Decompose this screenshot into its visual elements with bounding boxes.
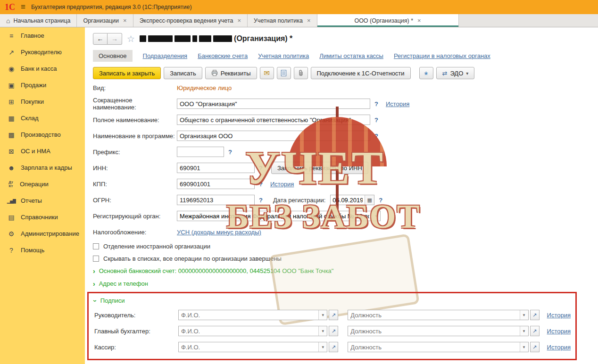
discussions-button[interactable]: * [419,67,433,79]
tab-home[interactable]: ⌂ Начальная страница [0,14,77,27]
tab-organizations[interactable]: Организации × [77,14,133,27]
open-icon[interactable]: ↗ [530,326,540,336]
inn-input[interactable] [177,163,255,173]
sidebar-item-operations[interactable]: Дт КтОперации [0,176,85,192]
chevron-down-icon[interactable]: ▾ [520,310,528,320]
navlink-tax-registrations[interactable]: Регистрации в налоговых органах [394,52,490,59]
address-phone-group[interactable]: Адрес и телефон [99,280,148,287]
program-name-input[interactable] [177,131,370,141]
back-button[interactable]: ← [93,33,108,45]
chevron-down-icon[interactable]: ▾ [318,310,327,320]
requisites-button[interactable]: Реквизиты [205,67,257,79]
help-icon[interactable]: ? [379,197,382,204]
chief-accountant-history-link[interactable]: История [547,328,571,335]
kpp-history-link[interactable]: История [270,181,294,188]
redacted-text [174,35,191,42]
help-icon[interactable]: ? [374,116,378,124]
open-icon[interactable]: ↗ [530,342,540,352]
reg-date-input[interactable] [331,196,365,204]
open-icon[interactable]: ↗ [329,326,338,336]
chevron-down-icon[interactable]: ▾ [372,211,380,221]
chief-accountant-position-input[interactable] [348,327,519,335]
open-icon[interactable]: ↗ [329,310,338,320]
chevron-down-icon[interactable]: ▾ [318,326,327,336]
chief-accountant-fio-input[interactable] [179,327,318,335]
cashier-fio-input[interactable] [179,343,318,351]
sidebar-item-production[interactable]: ▩Производство [0,126,85,143]
sidebar-item-fixed-assets[interactable]: ⊠ОС и НМА [0,143,85,159]
navlink-bank-accounts[interactable]: Банковские счета [198,52,248,59]
connect-1c-reporting-button[interactable]: Подключение к 1С-Отчетности [311,67,411,79]
favorites-star-icon[interactable]: ☆ [127,33,135,44]
close-icon[interactable]: × [237,17,241,24]
short-name-input[interactable] [177,99,370,109]
cashier-history-link[interactable]: История [547,344,571,351]
chevron-down-icon[interactable]: ▾ [520,342,528,352]
sidebar-item-manager[interactable]: ↗Руководителю [0,44,85,60]
tab-express-check[interactable]: Экспресс-проверка ведения учета × [133,14,248,27]
bank-icon: ◉ [7,65,16,73]
section-panel: ≡Главное ↗Руководителю ◉Банк и касса ▣Пр… [0,27,85,364]
sidebar-item-main[interactable]: ≡Главное [0,27,85,44]
main-bank-account-group[interactable]: Основной банковский счет: 00000000000000… [99,267,334,274]
sidebar-item-bank-cash[interactable]: ◉Банк и касса [0,60,85,77]
help-icon[interactable]: ? [228,149,232,156]
navlink-main[interactable]: Основное [93,50,133,62]
sidebar-item-catalogs[interactable]: ▤Справочники [0,209,85,225]
sidebar-item-sales[interactable]: ▣Продажи [0,77,85,93]
foreign-branch-checkbox[interactable] [93,243,99,249]
help-icon[interactable]: ? [374,132,378,140]
redacted-text [199,35,211,42]
hide-in-lists-checkbox[interactable] [93,256,99,262]
navlink-accounting-policy[interactable]: Учетная политика [258,52,309,59]
sidebar-item-reports[interactable]: ▁▄▆Отчеты [0,192,85,209]
edo-button[interactable]: ⇄ ЭДО ▾ [436,67,475,79]
ogrn-label: ОГРН: [93,197,177,204]
full-name-input[interactable] [177,115,370,125]
chevron-down-icon[interactable]: ▾ [318,342,327,352]
tab-accounting-policy[interactable]: Учетная политика × [248,14,317,27]
open-icon[interactable]: ↗ [329,342,338,352]
navlink-subdivisions[interactable]: Подразделения [143,52,188,59]
taxation-link[interactable]: УСН (доходы минус расходы) [177,229,261,236]
signatures-group[interactable]: Подписи [100,297,125,304]
help-icon[interactable]: ? [374,100,378,108]
prefix-input[interactable] [177,147,224,157]
fill-by-inn-button[interactable]: Заполнить реквизиты по ИНН [271,162,368,174]
director-position-input[interactable] [348,311,519,319]
ogrn-input[interactable] [177,195,255,205]
close-icon[interactable]: × [417,17,421,24]
send-email-button[interactable]: ✉ [260,67,274,79]
open-icon[interactable]: ↗ [530,310,540,320]
help-icon[interactable]: ? [259,197,263,204]
help-icon[interactable]: ? [259,165,263,172]
save-and-close-button[interactable]: Записать и закрыть [93,67,161,79]
chevron-down-icon[interactable]: ▾ [520,326,528,336]
save-button[interactable]: Записать [164,67,202,79]
purchases-icon: ⊞ [7,98,16,106]
tab-organization-card[interactable]: ООО (Организация) * × [317,14,459,27]
attachments-button[interactable] [294,67,308,79]
sidebar-item-purchases[interactable]: ⊞Покупки [0,93,85,110]
sidebar-label: Справочники [21,214,58,221]
sidebar-item-salary-hr[interactable]: ☻Зарплата и кадры [0,159,85,176]
close-icon[interactable]: × [307,17,311,24]
short-name-history-link[interactable]: История [386,100,409,108]
hamburger-menu-icon[interactable]: ≡ [21,2,25,12]
sidebar-item-administration[interactable]: ⚙Администрирование [0,225,85,242]
navlink-cash-limits[interactable]: Лимиты остатка кассы [319,52,383,59]
kpp-input[interactable] [177,179,255,189]
sidebar-item-warehouse[interactable]: ▦Склад [0,110,85,126]
director-fio-input[interactable] [179,311,318,319]
forward-button[interactable]: → [108,33,122,45]
close-icon[interactable]: × [123,17,127,24]
sidebar-item-help[interactable]: ?Помощь [0,242,85,258]
document-button[interactable] [277,67,291,79]
reg-authority-input[interactable] [177,212,372,220]
cashier-label: Кассир: [94,344,178,351]
reg-authority-group: ▾ [177,211,381,221]
director-history-link[interactable]: История [547,312,571,319]
help-icon[interactable]: ? [259,181,263,188]
cashier-position-input[interactable] [348,343,519,351]
calendar-icon[interactable]: ▦ [365,195,374,205]
